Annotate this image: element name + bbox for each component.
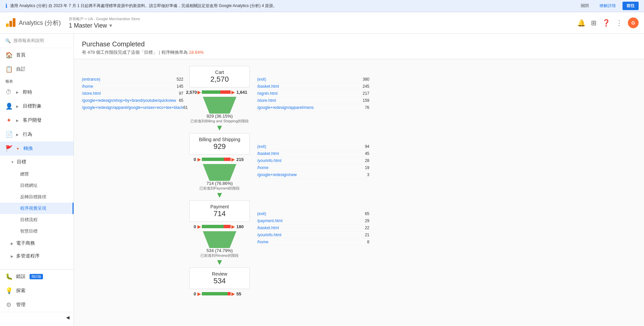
apps-grid-icon[interactable]: ⊞ xyxy=(591,19,597,27)
sidebar-item-audience[interactable]: 👤 ▶ 目標對象 xyxy=(0,99,74,113)
stage2-exits-list: (exit) 94 /basket.html 45 /yourinfo.html… xyxy=(256,143,371,178)
sidebar-item-reverse-paths[interactable]: 反轉目標路徑 xyxy=(0,191,74,203)
explore-icon: 💡 xyxy=(5,287,12,294)
view-selector[interactable]: 1 Master View ▼ xyxy=(69,22,577,29)
stage2-arrow-down: ▼ xyxy=(216,191,224,199)
stage3-bar-track xyxy=(202,225,231,228)
funnel-stage-4: Review 534 0 ▶ ▶ 55 xyxy=(82,268,636,308)
search-label: 搜尋報表和說明 xyxy=(13,38,44,44)
go-button[interactable]: 前往 xyxy=(623,2,639,10)
stage3-bar-red xyxy=(224,225,231,228)
stage4-arr-right: ▶ xyxy=(231,291,235,296)
close-notification-button[interactable]: 關閉 xyxy=(577,2,593,10)
header-center: 所有帳戶 > UA - Google Merchandise Store 1 M… xyxy=(69,16,577,29)
smart-goals-label: 智慧目標 xyxy=(20,229,38,234)
logo[interactable]: Analytics (分析) xyxy=(5,17,61,28)
sidebar-item-debug[interactable]: 🐛 錯誤 測試版 xyxy=(0,270,74,284)
sidebar-item-debug-label: 錯誤 xyxy=(16,274,26,280)
list-item: /yourinfo.html 28 xyxy=(256,157,371,164)
stage2-middle: Billing and Shipping 929 0 ▶ ▶ 215 xyxy=(186,133,253,199)
sidebar-multichannel-label: 多管道程序 xyxy=(16,253,40,259)
list-item: (entrance) 522 xyxy=(82,76,183,83)
sidebar-item-behavior[interactable]: 📄 ▶ 行為 xyxy=(0,127,74,141)
funnel-stage-3: Payment 714 0 ▶ ▶ 180 xyxy=(82,200,636,266)
stage1-bar-red xyxy=(220,90,231,94)
svg-rect-2 xyxy=(13,18,15,27)
stage4-bar-red xyxy=(228,292,231,295)
home-icon: 🏠 xyxy=(5,51,12,59)
sidebar-item-overview[interactable]: 總覽 xyxy=(0,168,74,180)
stage1-count: 2,570 xyxy=(195,75,244,84)
sidebar-item-custom-label: 自訂 xyxy=(16,66,26,72)
stage4-sources xyxy=(82,268,186,308)
sidebar-goal-label: 目標 xyxy=(17,159,26,165)
stage1-sources-list: (entrance) 522 /home 145 /store.html 97 xyxy=(82,76,183,111)
sidebar-item-home[interactable]: 🏠 首頁 xyxy=(0,48,74,62)
notification-bell-icon[interactable]: 🔔 xyxy=(577,19,586,27)
sidebar-ecommerce-group[interactable]: ▶ 電子商務 xyxy=(0,237,74,250)
stage2-pct-label: 714 (76.86%) xyxy=(206,181,233,186)
sidebar-item-funnel[interactable]: 程序視覺呈現 xyxy=(0,203,74,214)
stage3-name: Payment xyxy=(195,204,244,209)
svg-rect-0 xyxy=(6,24,9,27)
sidebar-item-goal-flow[interactable]: 目標流程 xyxy=(0,214,74,226)
sidebar-item-conversion-label: 轉換 xyxy=(24,146,33,152)
stage1-exits: (exit) 380 /basket.html 245 /signin.html… xyxy=(253,66,371,111)
stage1-arr-left: ▶ xyxy=(197,89,201,95)
sidebar-multichannel-group[interactable]: ▶ 多管道程序 xyxy=(0,250,74,262)
sidebar-item-admin[interactable]: ⚙ 管理 xyxy=(0,298,74,312)
view-label: 1 Master View xyxy=(69,22,107,29)
overview-label: 總覽 xyxy=(20,171,29,176)
sidebar-item-conversion[interactable]: 🚩 ▼ 轉換 xyxy=(0,141,74,156)
sidebar-item-custom[interactable]: 📋 自訂 xyxy=(0,62,74,76)
list-item: /home 145 xyxy=(82,83,183,90)
sidebar-item-realtime[interactable]: ⏱ ▶ 即時 xyxy=(0,85,74,99)
stage4-box: Review 534 xyxy=(189,268,250,289)
list-item: /basket.html 245 xyxy=(256,83,371,90)
goal-flow-label: 目標流程 xyxy=(20,217,38,222)
sidebar-item-explore[interactable]: 💡 探索 xyxy=(0,284,74,298)
stage1-name: Cart xyxy=(195,70,244,75)
sidebar-item-smart-goals[interactable]: 智慧目標 xyxy=(0,226,74,237)
sidebar-collapse-button[interactable]: ◀ xyxy=(0,312,74,323)
stage2-arr-left: ▶ xyxy=(197,157,201,162)
list-item: /basket.html 45 xyxy=(256,150,371,157)
stage3-bar-green xyxy=(202,225,224,228)
sidebar-goal-group[interactable]: ▼ 目標 xyxy=(0,156,74,168)
stage1-middle: Cart 2,570 2,570 ▶ ▶ 1,641 xyxy=(186,66,253,132)
help-icon[interactable]: ❓ xyxy=(602,19,610,27)
stage1-box: Cart 2,570 xyxy=(189,66,250,87)
sidebar-item-goal-urls[interactable]: 目標網址 xyxy=(0,180,74,191)
notification-text: 適用 Analytics (分析) 自 2023 年 7 月 1 日起將不再處理… xyxy=(10,3,574,9)
search-bar[interactable]: 🔍 搜尋報表和說明 xyxy=(0,34,74,48)
stage4-exits xyxy=(253,268,371,308)
sidebar-ecommerce-label: 電子商務 xyxy=(16,240,35,246)
more-options-icon[interactable]: ⋮ xyxy=(616,19,623,27)
list-item: /google+redesign/shop+by+brand/youtube/q… xyxy=(82,97,183,104)
sidebar: 🔍 搜尋報表和說明 🏠 首頁 📋 自訂 報表 ⏱ ▶ 即時 👤 ▶ 目標對象 ✦… xyxy=(0,34,74,326)
reverse-paths-label: 反轉目標路徑 xyxy=(20,194,46,199)
notification-bar: ℹ 適用 Analytics (分析) 自 2023 年 7 月 1 日起將不再… xyxy=(0,0,644,12)
stage3-arrow-down: ▼ xyxy=(216,258,224,266)
list-item: /yourinfo.html 21 xyxy=(256,232,371,239)
stage2-bar-red xyxy=(224,158,231,161)
stage3-exits-list: (exit) 65 /payment.html 29 /basket.html … xyxy=(256,210,371,246)
list-item: /basket.html 22 xyxy=(256,225,371,232)
learn-more-button[interactable]: 瞭解詳情 xyxy=(596,2,620,10)
chevron-down-icon: ▼ xyxy=(108,23,113,28)
header-right: 🔔 ⊞ ❓ ⋮ G xyxy=(577,17,639,28)
list-item: (exit) 380 xyxy=(256,76,371,83)
stage1-sources: (entrance) 522 /home 145 /store.html 97 xyxy=(82,66,186,111)
stage3-arr-left: ▶ xyxy=(197,224,201,229)
stage4-bar-track xyxy=(202,292,231,295)
avatar[interactable]: G xyxy=(628,17,639,28)
audience-icon: 👤 xyxy=(5,103,12,110)
expand-acquisition-icon: ▶ xyxy=(16,119,19,122)
realtime-icon: ⏱ xyxy=(5,89,12,96)
sidebar-item-admin-label: 管理 xyxy=(16,302,26,308)
stage2-bar-green xyxy=(202,158,224,161)
behavior-icon: 📄 xyxy=(5,131,12,138)
list-item: /home 8 xyxy=(256,239,371,246)
sidebar-item-acquisition[interactable]: ✦ ▶ 客戶開發 xyxy=(0,113,74,127)
sidebar-item-realtime-label: 即時 xyxy=(23,89,32,95)
